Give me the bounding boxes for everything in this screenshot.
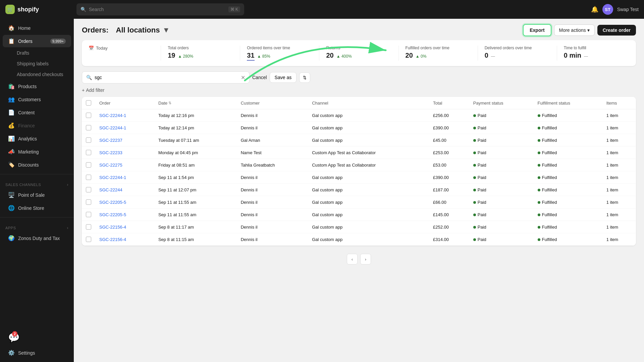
row-items-3: 1 item [602,146,636,159]
apps-toggle[interactable]: › [67,226,68,230]
row-order-9[interactable]: SGC-22156-4 [95,221,154,233]
row-order-2[interactable]: SGC-22237 [95,134,154,146]
select-all-header[interactable] [82,97,95,109]
table-row[interactable]: SGC-22275 Friday at 08:51 am Tahlia Grea… [82,159,636,171]
sidebar-item-shipping-labels[interactable]: Shipping labels [3,59,71,69]
sidebar-item-chat[interactable]: 💬 2 [3,329,71,346]
sidebar-item-products[interactable]: 🛍️ Products [3,80,71,93]
row-checkbox-3[interactable] [82,146,95,159]
row-checkbox-6[interactable] [82,184,95,196]
row-customer-7[interactable]: Dennis il [237,196,308,208]
row-order-7[interactable]: SGC-22205-5 [95,196,154,208]
table-row[interactable]: SGC-22233 Monday at 04:45 pm Name Test C… [82,146,636,159]
row-order-3[interactable]: SGC-22233 [95,146,154,159]
stat-returns[interactable]: Returns 20 ▲ 400% [319,46,398,61]
filter-search[interactable]: 🔍 ✕ [82,71,250,83]
row-customer-2[interactable]: Gal Arnan [237,134,308,146]
row-customer-4[interactable]: Tahlia Greatbatch [237,159,308,171]
stat-fulfill-time[interactable]: Time to fulfill 0 min — [557,46,636,61]
row-order-6[interactable]: SGC-22244 [95,184,154,196]
location-dropdown-icon[interactable]: ▼ [162,26,170,35]
row-items-2: 1 item [602,134,636,146]
search-input[interactable] [89,7,226,12]
export-button[interactable]: Export [523,24,551,36]
save-as-button[interactable]: Save as [270,72,297,83]
row-customer-8[interactable]: Dennis il [237,208,308,221]
sales-channels-section: Sales channels › [0,177,74,188]
row-fulfillment-6: Fulfilled [534,184,602,196]
row-checkbox-5[interactable] [82,171,95,184]
table-row[interactable]: SGC-22205-5 Sep 11 at 11:55 am Dennis il… [82,208,636,221]
row-customer-5[interactable]: Dennis il [237,171,308,184]
table-row[interactable]: SGC-22244 Sep 11 at 12:07 pm Dennis il G… [82,184,636,196]
row-checkbox-8[interactable] [82,208,95,221]
row-checkbox-0[interactable] [82,109,95,122]
table-row[interactable]: SGC-22244-1 Sep 11 at 1:54 pm Dennis il … [82,171,636,184]
sidebar-item-customers[interactable]: 👥 Customers [3,93,71,106]
table-row[interactable]: SGC-22205-5 Sep 11 at 11:55 am Dennis il… [82,196,636,208]
sidebar-item-orders[interactable]: 📋 Orders 9,999+ [3,35,71,47]
row-channel-2: Gal custom app [308,134,429,146]
table-row[interactable]: SGC-22237 Tuesday at 07:11 am Gal Arnan … [82,134,636,146]
sidebar-item-abandoned-checkouts[interactable]: Abandoned checkouts [3,69,71,79]
avatar[interactable]: ST [602,4,613,15]
sort-button[interactable]: ⇅ [299,72,310,83]
sidebar-item-content[interactable]: 📄 Content [3,106,71,119]
table-row[interactable]: SGC-22244-1 Today at 12:16 pm Dennis il … [82,109,636,122]
sidebar-item-marketing[interactable]: 📣 Marketing [3,145,71,158]
row-checkbox-10[interactable] [82,233,95,246]
row-checkbox-2[interactable] [82,134,95,146]
sidebar-item-home[interactable]: 🏠 Home [3,22,71,34]
location-filter[interactable]: All locations [116,26,160,35]
row-order-5[interactable]: SGC-22244-1 [95,171,154,184]
filter-clear-button[interactable]: ✕ [241,74,245,81]
row-customer-1[interactable]: Dennis il [237,122,308,134]
row-checkbox-1[interactable] [82,122,95,134]
stat-ordered-items-change: ▲ 85% [257,54,270,59]
sidebar-item-discounts[interactable]: 🏷️ Discounts [3,159,71,171]
search-icon: 🔍 [80,7,86,12]
search-bar[interactable]: 🔍 ⌘ K [76,3,244,15]
notification-button[interactable]: 🔔 [591,6,598,13]
row-order-8[interactable]: SGC-22205-5 [95,208,154,221]
row-order-0[interactable]: SGC-22244-1 [95,109,154,122]
stat-ordered-items[interactable]: Ordered items over time 31 ▲ 85% [240,46,319,61]
row-customer-0[interactable]: Dennis il [237,109,308,122]
table-row[interactable]: SGC-22156-4 Sep 8 at 11:17 am Dennis il … [82,221,636,233]
row-checkbox-9[interactable] [82,221,95,233]
sidebar-item-settings[interactable]: ⚙️ Settings [3,347,71,359]
table-row[interactable]: SGC-22156-4 Sep 8 at 11:15 am Dennis il … [82,233,636,246]
row-customer-6[interactable]: Dennis il [237,184,308,196]
filter-search-input[interactable] [95,75,238,80]
sales-channels-toggle[interactable]: › [67,182,68,187]
sidebar-item-zonos[interactable]: 🌍 Zonos Duty and Tax [3,232,71,244]
stat-fulfilled[interactable]: Fulfilled orders over time 20 ▲ 0% [399,46,478,61]
col-date[interactable]: Date ⇅ [154,97,237,109]
create-order-button[interactable]: Create order [597,25,636,36]
row-date-3: Monday at 04:45 pm [154,146,237,159]
prev-page-button[interactable]: ‹ [347,254,358,264]
sidebar-item-pos[interactable]: 🖥️ Point of Sale [3,189,71,201]
row-order-4[interactable]: SGC-22275 [95,159,154,171]
sidebar-item-marketing-label: Marketing [18,149,66,155]
logo[interactable]: 🛒 shopify [5,5,72,14]
stat-delivered[interactable]: Delivered orders over time 0 — [478,46,557,61]
more-actions-button[interactable]: More actions ▾ [554,24,595,36]
row-order-1[interactable]: SGC-22244-1 [95,122,154,134]
stat-total-orders[interactable]: Total orders 19 ▲ 280% [161,46,240,61]
row-checkbox-4[interactable] [82,159,95,171]
cancel-filter-button[interactable]: Cancel [252,75,267,80]
row-order-10[interactable]: SGC-22156-4 [95,233,154,246]
sidebar-item-analytics[interactable]: 📊 Analytics [3,132,71,145]
row-customer-9[interactable]: Dennis il [237,221,308,233]
table-row[interactable]: SGC-22244-1 Today at 12:14 pm Dennis il … [82,122,636,134]
add-filter-label: Add filter [86,87,104,93]
row-customer-3[interactable]: Name Test [237,146,308,159]
next-page-button[interactable]: › [360,254,371,264]
add-filter-button[interactable]: + Add filter [82,86,636,94]
row-items-0: 1 item [602,109,636,122]
sidebar-item-drafts[interactable]: Drafts [3,48,71,58]
sidebar-item-online-store[interactable]: 🌐 Online Store [3,202,71,214]
row-checkbox-7[interactable] [82,196,95,208]
row-customer-10[interactable]: Dennis il [237,233,308,246]
